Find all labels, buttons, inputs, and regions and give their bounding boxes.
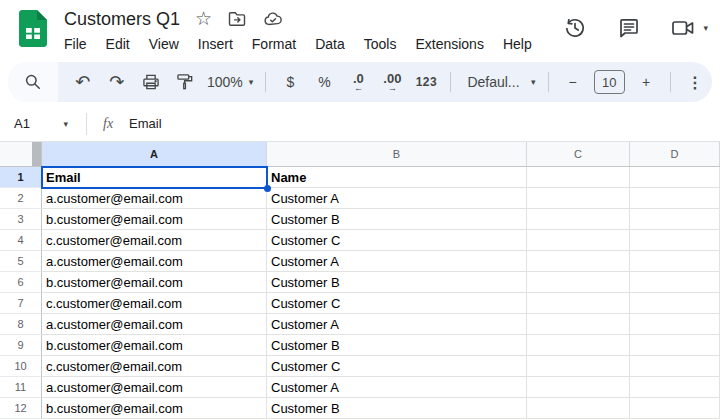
cell-D1[interactable]	[630, 167, 720, 188]
format-percent-button[interactable]: %	[308, 66, 340, 98]
row-header-7[interactable]: 7	[0, 293, 42, 314]
cell-B10[interactable]: Customer C	[267, 356, 527, 377]
cell-A10[interactable]: c.customer@email.com	[42, 356, 267, 377]
print-button[interactable]	[135, 66, 167, 98]
cell-B8[interactable]: Customer A	[267, 314, 527, 335]
menu-item-insert[interactable]: Insert	[198, 36, 233, 52]
meet-camera-icon[interactable]: ▾	[671, 16, 708, 40]
cell-B7[interactable]: Customer C	[267, 293, 527, 314]
cell-C1[interactable]	[527, 167, 630, 188]
cell-C7[interactable]	[527, 293, 630, 314]
zoom-select[interactable]: 100% ▾	[203, 66, 258, 98]
cell-A12[interactable]: b.customer@email.com	[42, 398, 267, 419]
column-header-b[interactable]: B	[267, 142, 527, 166]
row-header-6[interactable]: 6	[0, 272, 42, 293]
cell-D2[interactable]	[630, 188, 720, 209]
cell-C4[interactable]	[527, 230, 630, 251]
search-menus-button[interactable]	[8, 62, 58, 102]
cell-C3[interactable]	[527, 209, 630, 230]
cell-A8[interactable]: a.customer@email.com	[42, 314, 267, 335]
cell-A11[interactable]: a.customer@email.com	[42, 377, 267, 398]
cell-B9[interactable]: Customer B	[267, 335, 527, 356]
version-history-icon[interactable]	[563, 16, 587, 40]
cell-D4[interactable]	[630, 230, 720, 251]
cell-A4[interactable]: c.customer@email.com	[42, 230, 267, 251]
column-header-d[interactable]: D	[630, 142, 720, 166]
menu-item-edit[interactable]: Edit	[106, 36, 130, 52]
menu-item-help[interactable]: Help	[503, 36, 532, 52]
cell-C6[interactable]	[527, 272, 630, 293]
cell-B11[interactable]: Customer A	[267, 377, 527, 398]
menu-item-extensions[interactable]: Extensions	[415, 36, 483, 52]
row-header-11[interactable]: 11	[0, 377, 42, 398]
menu-item-tools[interactable]: Tools	[364, 36, 397, 52]
format-currency-button[interactable]: $	[274, 66, 306, 98]
cell-C9[interactable]	[527, 335, 630, 356]
sheets-logo-icon[interactable]	[19, 10, 47, 47]
cell-D3[interactable]	[630, 209, 720, 230]
row-header-9[interactable]: 9	[0, 335, 42, 356]
cell-D5[interactable]	[630, 251, 720, 272]
cell-B3[interactable]: Customer B	[267, 209, 527, 230]
cell-C5[interactable]	[527, 251, 630, 272]
cell-A2[interactable]: a.customer@email.com	[42, 188, 267, 209]
document-title[interactable]: Customers Q1	[64, 9, 180, 30]
paint-format-button[interactable]	[169, 66, 201, 98]
cell-C10[interactable]	[527, 356, 630, 377]
cell-B12[interactable]: Customer B	[267, 398, 527, 419]
cell-B1[interactable]: Name	[267, 167, 527, 188]
cell-C11[interactable]	[527, 377, 630, 398]
cell-A5[interactable]: a.customer@email.com	[42, 251, 267, 272]
cell-A7[interactable]: c.customer@email.com	[42, 293, 267, 314]
row-header-4[interactable]: 4	[0, 230, 42, 251]
cell-C2[interactable]	[527, 188, 630, 209]
cell-B6[interactable]: Customer B	[267, 272, 527, 293]
increase-font-size-button[interactable]: +	[630, 66, 662, 98]
menu-item-data[interactable]: Data	[315, 36, 345, 52]
row-header-10[interactable]: 10	[0, 356, 42, 377]
cell-D8[interactable]	[630, 314, 720, 335]
cloud-saved-icon[interactable]	[262, 9, 284, 29]
menu-item-format[interactable]: Format	[252, 36, 296, 52]
row-header-1[interactable]: 1	[0, 167, 42, 188]
row-header-8[interactable]: 8	[0, 314, 42, 335]
cell-D7[interactable]	[630, 293, 720, 314]
column-header-c[interactable]: C	[527, 142, 630, 166]
cell-D12[interactable]	[630, 398, 720, 419]
cell-D9[interactable]	[630, 335, 720, 356]
font-size-input[interactable]: 10	[594, 70, 625, 94]
move-to-folder-icon[interactable]	[227, 9, 247, 29]
cell-C12[interactable]	[527, 398, 630, 419]
cell-D10[interactable]	[630, 356, 720, 377]
increase-decimal-button[interactable]: .00→	[376, 66, 408, 98]
cell-A6[interactable]: b.customer@email.com	[42, 272, 267, 293]
row-header-2[interactable]: 2	[0, 188, 42, 209]
undo-button[interactable]: ↶	[67, 66, 99, 98]
row-header-12[interactable]: 12	[0, 398, 42, 419]
row-header-5[interactable]: 5	[0, 251, 42, 272]
formula-input[interactable]: Email	[129, 116, 162, 131]
decrease-font-size-button[interactable]: −	[557, 66, 589, 98]
name-box[interactable]: A1 ▾	[0, 116, 72, 131]
redo-button[interactable]: ↷	[101, 66, 133, 98]
decrease-decimal-button[interactable]: .0←	[342, 66, 374, 98]
more-toolbar-options-button[interactable]: ⋮	[679, 66, 711, 98]
cell-B2[interactable]: Customer A	[267, 188, 527, 209]
cell-A1[interactable]: Email	[42, 167, 267, 188]
star-icon[interactable]: ☆	[195, 9, 212, 28]
menu-item-view[interactable]: View	[149, 36, 179, 52]
menu-item-file[interactable]: File	[64, 36, 87, 52]
cell-D11[interactable]	[630, 377, 720, 398]
cell-C8[interactable]	[527, 314, 630, 335]
font-select[interactable]: Defaul... ▾	[459, 66, 539, 98]
cell-B5[interactable]: Customer A	[267, 251, 527, 272]
select-all-corner[interactable]	[0, 142, 42, 166]
row-header-3[interactable]: 3	[0, 209, 42, 230]
cell-B4[interactable]: Customer C	[267, 230, 527, 251]
cell-A9[interactable]: b.customer@email.com	[42, 335, 267, 356]
fill-handle[interactable]	[264, 185, 271, 192]
cell-D6[interactable]	[630, 272, 720, 293]
comments-icon[interactable]	[617, 16, 641, 40]
cell-A3[interactable]: b.customer@email.com	[42, 209, 267, 230]
column-header-a[interactable]: A	[42, 142, 267, 166]
